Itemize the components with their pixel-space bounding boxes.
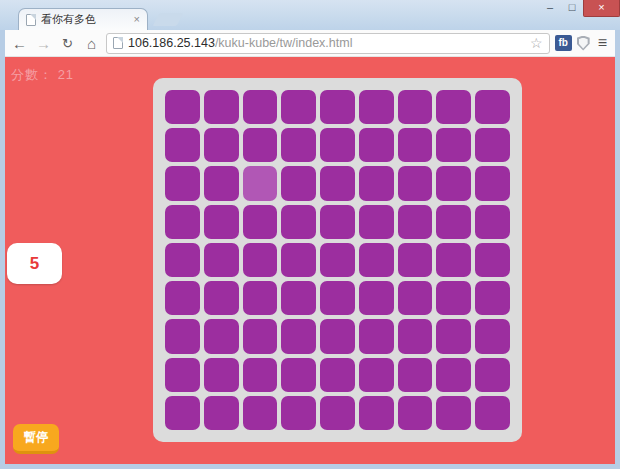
color-tile[interactable] xyxy=(243,358,278,392)
color-tile[interactable] xyxy=(243,319,278,353)
bookmark-star-icon[interactable]: ☆ xyxy=(530,35,543,51)
color-tile[interactable] xyxy=(281,396,316,430)
score-value: 21 xyxy=(58,67,74,82)
color-tile[interactable] xyxy=(320,243,355,277)
color-tile[interactable] xyxy=(475,319,510,353)
color-tile[interactable] xyxy=(475,243,510,277)
browser-tab[interactable]: 看你有多色 × xyxy=(18,8,148,30)
shield-extension-icon[interactable] xyxy=(577,36,590,51)
color-tile[interactable] xyxy=(359,243,394,277)
color-tile[interactable] xyxy=(243,281,278,315)
menu-icon[interactable]: ≡ xyxy=(595,34,610,52)
color-tile[interactable] xyxy=(436,281,471,315)
color-tile[interactable] xyxy=(204,243,239,277)
color-tile[interactable] xyxy=(320,319,355,353)
color-tile[interactable] xyxy=(165,243,200,277)
color-tile[interactable] xyxy=(436,128,471,162)
color-tile[interactable] xyxy=(243,205,278,239)
forward-icon[interactable]: → xyxy=(34,35,53,52)
color-tile[interactable] xyxy=(165,358,200,392)
color-tile[interactable] xyxy=(204,358,239,392)
color-tile[interactable] xyxy=(165,319,200,353)
color-tile[interactable] xyxy=(204,90,239,124)
color-tile[interactable] xyxy=(165,281,200,315)
maximize-button[interactable]: □ xyxy=(561,0,583,16)
color-tile[interactable] xyxy=(436,358,471,392)
minimize-button[interactable]: – xyxy=(539,0,561,16)
color-tile[interactable] xyxy=(165,166,200,200)
facebook-extension-icon[interactable]: fb xyxy=(555,35,572,51)
color-tile[interactable] xyxy=(398,166,433,200)
color-tile[interactable] xyxy=(204,281,239,315)
color-tile[interactable] xyxy=(243,396,278,430)
color-tile[interactable] xyxy=(398,358,433,392)
color-tile[interactable] xyxy=(243,243,278,277)
color-tile[interactable] xyxy=(320,396,355,430)
color-tile[interactable] xyxy=(204,319,239,353)
color-tile[interactable] xyxy=(398,128,433,162)
color-tile[interactable] xyxy=(165,396,200,430)
color-tile[interactable] xyxy=(165,205,200,239)
color-tile[interactable] xyxy=(281,166,316,200)
color-tile[interactable] xyxy=(204,396,239,430)
color-tile[interactable] xyxy=(243,128,278,162)
color-tile[interactable] xyxy=(398,319,433,353)
color-tile[interactable] xyxy=(475,396,510,430)
color-tile[interactable] xyxy=(475,205,510,239)
home-icon[interactable]: ⌂ xyxy=(82,35,101,52)
color-tile[interactable] xyxy=(436,319,471,353)
color-tile[interactable] xyxy=(475,358,510,392)
color-tile[interactable] xyxy=(243,90,278,124)
color-tile[interactable] xyxy=(436,205,471,239)
color-tile[interactable] xyxy=(398,90,433,124)
tab-close-icon[interactable]: × xyxy=(134,14,140,25)
color-tile[interactable] xyxy=(398,205,433,239)
color-tile[interactable] xyxy=(475,166,510,200)
color-tile[interactable] xyxy=(320,128,355,162)
color-tile[interactable] xyxy=(436,396,471,430)
url-text[interactable]: 106.186.25.143/kuku-kube/tw/index.html xyxy=(128,36,525,50)
color-tile[interactable] xyxy=(359,319,394,353)
color-tile[interactable] xyxy=(320,205,355,239)
reload-icon[interactable]: ↻ xyxy=(58,36,77,51)
color-tile[interactable] xyxy=(204,205,239,239)
color-tile[interactable] xyxy=(359,396,394,430)
color-tile[interactable] xyxy=(320,166,355,200)
game-board xyxy=(153,78,522,442)
color-tile[interactable] xyxy=(204,166,239,200)
color-tile[interactable] xyxy=(475,90,510,124)
color-tile[interactable] xyxy=(398,281,433,315)
color-tile[interactable] xyxy=(281,281,316,315)
color-tile[interactable] xyxy=(359,205,394,239)
odd-color-tile[interactable] xyxy=(243,166,278,200)
close-button[interactable]: × xyxy=(583,0,620,17)
color-tile[interactable] xyxy=(320,281,355,315)
color-tile[interactable] xyxy=(398,243,433,277)
color-tile[interactable] xyxy=(320,358,355,392)
color-tile[interactable] xyxy=(281,128,316,162)
color-tile[interactable] xyxy=(281,205,316,239)
color-tile[interactable] xyxy=(359,281,394,315)
color-tile[interactable] xyxy=(359,358,394,392)
color-tile[interactable] xyxy=(359,90,394,124)
color-tile[interactable] xyxy=(204,128,239,162)
color-tile[interactable] xyxy=(359,128,394,162)
pause-button[interactable]: 暫停 xyxy=(13,424,59,454)
color-tile[interactable] xyxy=(281,358,316,392)
color-tile[interactable] xyxy=(436,90,471,124)
color-tile[interactable] xyxy=(398,396,433,430)
address-bar[interactable]: 106.186.25.143/kuku-kube/tw/index.html ☆ xyxy=(106,33,550,54)
color-tile[interactable] xyxy=(436,166,471,200)
color-tile[interactable] xyxy=(436,243,471,277)
color-tile[interactable] xyxy=(281,90,316,124)
color-tile[interactable] xyxy=(475,281,510,315)
color-tile[interactable] xyxy=(359,166,394,200)
color-tile[interactable] xyxy=(281,319,316,353)
new-tab-button[interactable] xyxy=(153,13,184,26)
color-tile[interactable] xyxy=(320,90,355,124)
color-tile[interactable] xyxy=(475,128,510,162)
color-tile[interactable] xyxy=(165,90,200,124)
color-tile[interactable] xyxy=(165,128,200,162)
back-icon[interactable]: ← xyxy=(10,35,29,52)
color-tile[interactable] xyxy=(281,243,316,277)
